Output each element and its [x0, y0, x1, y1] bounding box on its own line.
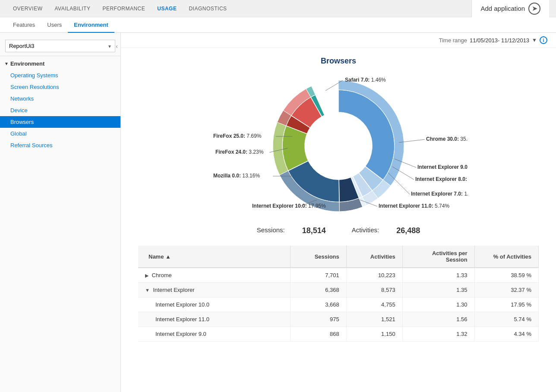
browsers-table: Name ▲ Sessions Activities Activities pe…: [138, 246, 539, 341]
cell-pct: 17.95 %: [474, 297, 538, 312]
cell-pct: 4.34 %: [474, 327, 538, 341]
cell-name: ▼ Internet Explorer: [138, 283, 290, 297]
sub-nav: Features Users Environment: [0, 17, 556, 33]
cell-sessions: 868: [290, 327, 346, 341]
add-application-button[interactable]: Add application ➤: [471, 0, 549, 17]
svg-text:Safari 7.0: 1.46%: Safari 7.0: 1.46%: [345, 77, 386, 83]
cell-pct: 32.37 %: [474, 283, 538, 297]
cell-act-per-session: 1.33: [402, 268, 474, 283]
col-pct-activities[interactable]: % of Activities: [474, 246, 538, 268]
sidebar-item-global[interactable]: Global: [0, 128, 120, 139]
svg-line-10: [360, 200, 377, 206]
cell-activities: 4,755: [346, 297, 402, 312]
svg-text:Mozilla 0.0: 13.16%: Mozilla 0.0: 13.16%: [213, 173, 260, 179]
chart-area: Browsers: [121, 48, 556, 350]
chart-labels-svg: Chrome 30.0: 35.37% Internet Explorer 9.…: [209, 73, 468, 219]
svg-text:FireFox 24.0: 3.23%: FireFox 24.0: 3.23%: [215, 149, 264, 155]
svg-text:Chrome 30.0: 35.37%: Chrome 30.0: 35.37%: [426, 136, 468, 142]
sort-asc-icon: ▲: [165, 253, 171, 260]
svg-text:FireFox 25.0: 7.69%: FireFox 25.0: 7.69%: [213, 133, 262, 139]
nav-item-diagnostics[interactable]: DIAGNOSTICS: [183, 0, 233, 17]
sessions-label: Sessions:: [257, 226, 285, 235]
svg-text:Internet Explorer 11.0: 5.74%: Internet Explorer 11.0: 5.74%: [379, 203, 449, 209]
cell-sessions: 975: [290, 312, 346, 327]
add-application-label: Add application: [480, 5, 525, 12]
cell-act-per-session: 1.56: [402, 312, 474, 327]
sidebar-item-networks[interactable]: Networks: [0, 93, 120, 104]
time-range-bar: Time range 11/05/2013- 11/12/2013 ▼ i: [121, 33, 556, 48]
table-body: ▶ Chrome 7,701 10,223 1.33 38.59 % ▼ Int…: [138, 268, 539, 341]
sessions-value: 18,514: [302, 226, 326, 235]
svg-line-16: [269, 148, 288, 152]
section-collapse-icon: ▼: [4, 61, 9, 66]
time-range-dropdown-icon[interactable]: ▼: [532, 37, 537, 43]
activities-label: Activities:: [352, 226, 379, 235]
stats-row: Sessions: 18,514 Activities: 26,488: [257, 226, 420, 235]
cell-act-per-session: 1.30: [402, 297, 474, 312]
col-act-per-session[interactable]: Activities per Session: [402, 246, 474, 268]
cell-activities: 8,573: [346, 283, 402, 297]
sub-nav-users[interactable]: Users: [41, 17, 68, 33]
cell-name: ▶ Chrome: [138, 268, 290, 283]
top-nav: OVERVIEW AVAILABILITY PERFORMANCE USAGE …: [0, 0, 556, 17]
app-select[interactable]: ReportUi3: [5, 40, 115, 52]
expand-icon[interactable]: ▶: [145, 273, 148, 278]
time-range-label: Time range: [439, 37, 467, 44]
time-range-value: 11/05/2013- 11/12/2013: [470, 37, 529, 44]
main-content: Time range 11/05/2013- 11/12/2013 ▼ i Br…: [121, 33, 556, 392]
cell-sessions: 6,368: [290, 283, 346, 297]
col-sessions[interactable]: Sessions: [290, 246, 346, 268]
nav-item-availability[interactable]: AVAILABILITY: [48, 0, 96, 17]
sub-nav-environment[interactable]: Environment: [68, 17, 114, 33]
sidebar: ReportUi3 ▼ ‹ ▼ Environment Operating Sy…: [0, 33, 121, 392]
svg-text:Internet Explorer 8.0: 3.29%: Internet Explorer 8.0: 3.29%: [415, 176, 468, 182]
table-row: Internet Explorer 9.0 868 1,150 1.32 4.3…: [138, 327, 539, 341]
cell-sessions: 7,701: [290, 268, 346, 283]
nav-item-overview[interactable]: OVERVIEW: [7, 0, 48, 17]
app-select-wrap: ReportUi3 ▼ ‹: [0, 36, 120, 56]
svg-line-8: [388, 173, 410, 194]
svg-text:Internet Explorer 9.0: 4.34%: Internet Explorer 9.0: 4.34%: [417, 164, 468, 170]
expand-icon[interactable]: ▼: [145, 288, 150, 293]
nav-item-performance[interactable]: PERFORMANCE: [96, 0, 151, 17]
table-row: ▼ Internet Explorer 6,368 8,573 1.35 32.…: [138, 283, 539, 297]
svg-line-2: [399, 139, 425, 142]
sidebar-item-browsers[interactable]: Browsers: [0, 116, 120, 128]
col-name[interactable]: Name ▲: [138, 246, 290, 268]
main-layout: ReportUi3 ▼ ‹ ▼ Environment Operating Sy…: [0, 33, 556, 392]
table-row: ▶ Chrome 7,701 10,223 1.33 38.59 %: [138, 268, 539, 283]
sidebar-item-device[interactable]: Device: [0, 104, 120, 116]
cell-activities: 1,150: [346, 327, 402, 341]
cell-pct: 38.59 %: [474, 268, 538, 283]
chart-title: Browsers: [321, 57, 356, 66]
table-header-row: Name ▲ Sessions Activities Activities pe…: [138, 246, 539, 268]
nav-item-usage[interactable]: USAGE: [151, 0, 183, 17]
sidebar-item-operating-systems[interactable]: Operating Systems: [0, 70, 120, 81]
sidebar-item-screen-resolutions[interactable]: Screen Resolutions: [0, 81, 120, 93]
cell-act-per-session: 1.32: [402, 327, 474, 341]
info-icon[interactable]: i: [540, 36, 547, 44]
table-row: Internet Explorer 11.0 975 1,521 1.56 5.…: [138, 312, 539, 327]
cell-sessions: 3,668: [290, 297, 346, 312]
sub-nav-features[interactable]: Features: [7, 17, 41, 33]
svg-text:Internet Explorer 7.0: 1.02%: Internet Explorer 7.0: 1.02%: [411, 191, 468, 197]
cell-name: Internet Explorer 9.0: [138, 327, 290, 341]
add-application-arrow-icon: ➤: [528, 3, 540, 15]
cell-name: Internet Explorer 10.0: [138, 297, 290, 312]
cell-activities: 10,223: [346, 268, 402, 283]
table-row: Internet Explorer 10.0 3,668 4,755 1.30 …: [138, 297, 539, 312]
svg-line-6: [392, 167, 414, 180]
cell-act-per-session: 1.35: [402, 283, 474, 297]
sidebar-section-header: ▼ Environment: [0, 56, 120, 70]
svg-line-20: [325, 80, 343, 91]
col-activities[interactable]: Activities: [346, 246, 402, 268]
cell-name: Internet Explorer 11.0: [138, 312, 290, 327]
cell-pct: 5.74 %: [474, 312, 538, 327]
activities-value: 26,488: [396, 226, 420, 235]
cell-activities: 1,521: [346, 312, 402, 327]
browsers-chart: Chrome 30.0: 35.37% Internet Explorer 9.…: [209, 73, 468, 219]
sidebar-collapse-button[interactable]: ‹: [113, 41, 120, 51]
sidebar-item-referral-sources[interactable]: Referral Sources: [0, 139, 120, 151]
svg-line-4: [395, 159, 416, 168]
sidebar-section-label: Environment: [10, 60, 44, 67]
